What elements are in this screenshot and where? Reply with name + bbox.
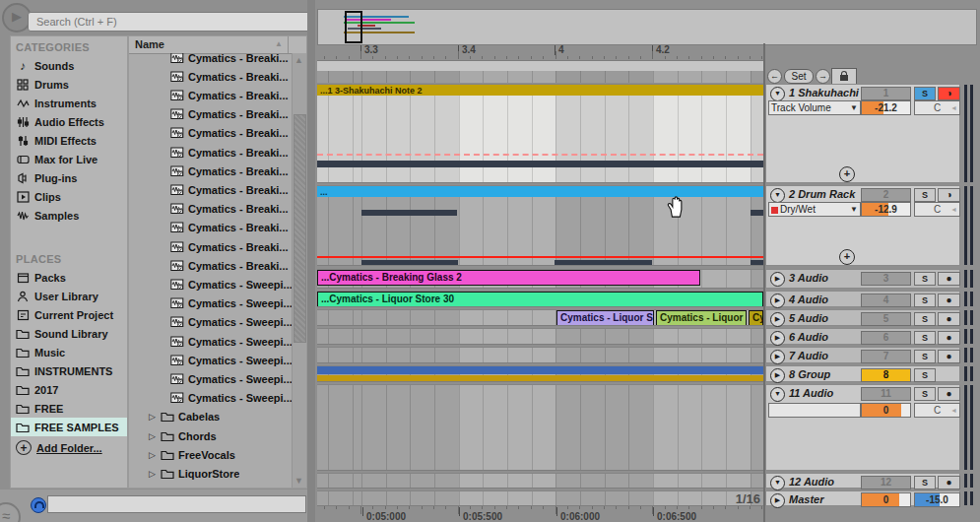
track-lane-1-shakuhachi[interactable]: ...1 3-Shakuhachi Note 2 [317,84,763,183]
volume-value[interactable]: -12.9 [861,202,911,217]
list-item-folder[interactable]: ▷FreeVocals [129,445,293,464]
track-lane-11-audio[interactable] [317,384,763,471]
track-header-2-drum-rack[interactable]: ▼2 Drum Rack2S◑Dry/Wet▼-12.9C◄+ [765,185,960,266]
clip-title-bar[interactable]: ... [317,186,763,197]
list-item[interactable]: Cymatics - Breaki... [129,200,293,219]
sidebar-item-plug-ins[interactable]: Plug-ins [11,168,127,187]
track-lane-7-audio[interactable] [317,347,763,363]
track-header-6-audio[interactable]: ▶6 Audio6S● [765,328,960,345]
arm-button[interactable]: ● [938,312,960,326]
list-item[interactable]: Cymatics - Breaki... [129,219,293,237]
expand-track-icon[interactable]: ▶ [770,272,785,287]
scrollbar-thumb[interactable] [294,114,306,343]
collapse-track-icon[interactable]: ▼ [770,387,785,402]
sort-ascending-icon[interactable]: ▲ [275,39,283,48]
track-header-1-shakuhachi[interactable]: ▼1 Shakuhachi1S◑Track Volume▼-21.2C◄+ [765,84,960,183]
volume-value[interactable]: -21.2 [861,100,911,115]
sidebar-item-free[interactable]: FREE [11,399,127,418]
device-selector[interactable]: Track Volume▼ [768,100,861,115]
loop-brace-row[interactable] [317,71,763,83]
list-item[interactable]: Cymatics - Breaki... [129,180,293,199]
list-item[interactable]: Cymatics - Sweepi... [129,294,293,313]
sidebar-item-max-for-live[interactable]: Max for Live [11,150,127,168]
list-item[interactable]: Cymatics - Breaki... [129,67,293,86]
sidebar-item-sounds[interactable]: ♪Sounds [11,56,127,75]
sidebar-item-packs[interactable]: Packs [11,268,127,287]
set-marker-button[interactable]: Set [784,69,814,84]
track-header-master[interactable]: ▶Master0-15.0 [765,490,960,506]
collapse-track-icon[interactable]: ▼ [770,476,785,490]
track-lane-12-audio[interactable] [317,473,763,489]
file-list-header[interactable]: Name ▲ [129,36,306,54]
expand-track-icon[interactable]: ▶ [770,493,785,508]
audio-clip[interactable]: Cy [749,310,763,326]
solo-button[interactable]: S [914,294,936,307]
list-item[interactable]: Cymatics - Breaki... [129,237,293,256]
audio-clip[interactable]: Cymatics - Liquor St [656,310,747,326]
sidebar-item-clips[interactable]: Clips [11,187,127,206]
arm-button[interactable]: ● [938,272,960,286]
track-header-12-audio[interactable]: ▼12 Audio12S● [765,473,960,489]
scroll-up-icon[interactable]: ▲ [294,55,303,65]
list-item[interactable]: Cymatics - Breaki... [129,143,293,162]
list-item[interactable]: Cymatics - Sweepi... [129,313,293,332]
list-item-folder[interactable]: ▷LiquorStore [129,464,293,483]
time-ruler[interactable]: 0:05:0000:05:5000:06:0000:06:500 [317,506,763,522]
solo-button[interactable]: S [914,350,936,363]
automation-line[interactable] [317,256,763,258]
solo-button[interactable]: S [914,87,936,100]
add-automation-lane-button[interactable]: + [839,249,855,265]
automation-dashed-line[interactable] [317,154,763,156]
list-item[interactable]: Cymatics - Sweepi... [129,332,293,351]
next-marker-button[interactable]: → [816,69,830,84]
sidebar-item-2017[interactable]: 2017 [11,380,127,399]
arm-button[interactable]: ● [938,331,960,345]
track-header-4-audio[interactable]: ▶4 Audio4S● [765,291,960,307]
track-header-3-audio[interactable]: ▶3 Audio3S● [765,269,960,289]
track-header-5-audio[interactable]: ▶5 Audio5S● [765,309,960,326]
list-item[interactable]: Cymatics - Breaki... [129,86,293,104]
audio-clip[interactable]: Cymatics - Liquor St [556,310,654,326]
list-item-folder[interactable]: ▷Chords [129,426,293,445]
volume-value[interactable]: 0 [861,492,911,507]
quantize-value[interactable]: 1/16 [736,491,760,506]
clip-title-bar[interactable]: ...1 3-Shakuhachi Note 2 [317,85,763,96]
list-item[interactable]: Cymatics - Breaki... [129,256,293,275]
sidebar-item-midi-effects[interactable]: MIDI Effects [11,131,127,150]
list-item[interactable]: Cymatics - Sweepi... [129,275,293,294]
expand-track-icon[interactable]: ▶ [770,312,785,327]
expand-track-icon[interactable]: ▶ [770,294,785,308]
arm-button[interactable]: ◑ [938,188,960,202]
solo-button[interactable]: S [914,272,936,286]
arm-button[interactable]: ● [938,350,960,363]
sidebar-item-audio-effects[interactable]: Audio Effects [11,112,127,131]
arm-button[interactable]: ◑ [938,87,960,100]
track-lane-8-group[interactable] [317,365,763,382]
solo-button[interactable]: S [914,476,936,489]
arm-button[interactable]: ● [938,294,960,307]
solo-button[interactable]: S [914,368,936,382]
expander-icon[interactable]: ▷ [149,450,159,460]
list-item[interactable]: Cymatics - Sweepi... [129,369,293,388]
sidebar-item-drums[interactable]: Drums [11,75,127,94]
volume-value[interactable]: 0 [861,403,911,418]
pan-control[interactable]: C◄ [914,202,960,217]
sidebar-item-instruments[interactable]: Instruments [11,94,127,112]
audio-clip[interactable]: ...Cymatics - Breaking Glass 2 [317,270,700,286]
device-selector[interactable] [768,403,861,418]
arrangement-overview[interactable] [317,9,977,45]
prev-marker-button[interactable]: ← [767,69,782,84]
list-item[interactable]: Cymatics - Breaki... [129,162,293,180]
solo-button[interactable]: S [914,188,936,202]
track-header-7-audio[interactable]: ▶7 Audio7S● [765,347,960,363]
wave-icon[interactable]: ≈ [0,502,21,522]
collapse-track-icon[interactable]: ▼ [770,87,785,101]
search-input[interactable] [28,12,313,32]
list-item-folder[interactable]: ▷PotsAndPans [129,484,293,488]
audio-clip[interactable]: ...Cymatics - Liquor Store 30 [317,292,763,307]
beat-ruler[interactable]: 3.33.444.2 [317,43,763,59]
pan-control[interactable]: C◄ [914,100,960,115]
sidebar-item-current-project[interactable]: Current Project [11,305,127,324]
solo-button[interactable]: S [914,312,936,326]
track-lane-5-audio[interactable]: Cymatics - Liquor StCymatics - Liquor St… [317,309,763,326]
